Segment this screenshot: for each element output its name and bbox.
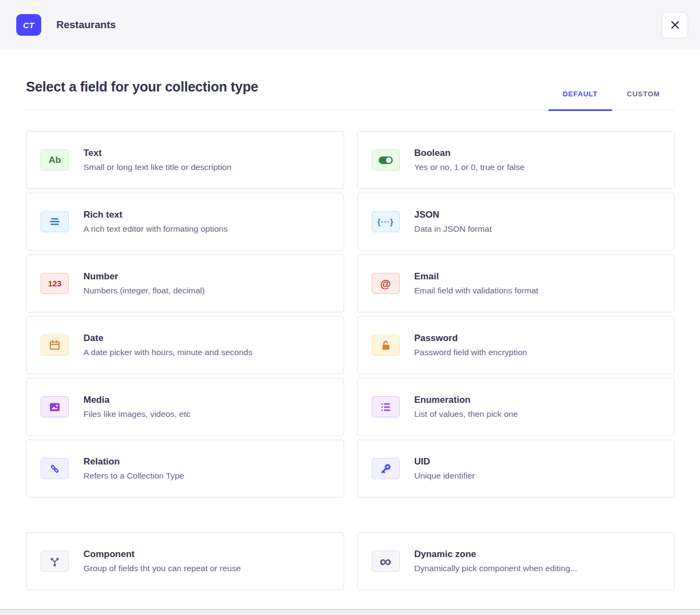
chain-link-icon [41,458,69,479]
field-description: Numbers (integer, float, decimal) [83,286,205,296]
field-description: Email field with validations format [414,286,539,296]
close-icon [670,20,680,30]
field-card-relation[interactable]: Relation Refers to a Collection Type [26,440,344,498]
field-title: Dynamic zone [414,549,578,560]
collection-type-badge: CT [16,14,41,36]
modal-header: CT Restaurants [0,0,700,50]
field-description: Data in JSON format [414,224,492,234]
field-card-uid[interactable]: UID Unique identifier [357,440,675,498]
key-icon [372,458,400,479]
field-card-email-body: Email Email field with validations forma… [414,271,539,296]
field-card-component[interactable]: Component Group of fields tht you can re… [26,532,344,590]
field-card-relation-body: Relation Refers to a Collection Type [83,456,184,481]
media-image-icon [41,396,69,417]
field-card-text[interactable]: Ab Text Small or long text like title or… [26,131,344,189]
field-card-number[interactable]: 123 Number Numbers (integer, float, deci… [26,254,344,312]
field-description: A rich text editor with formating option… [83,224,228,234]
infinity-icon: ∞ [372,551,400,572]
advanced-fields-grid: Component Group of fields tht you can re… [26,532,675,590]
field-description: Dynamically pick component when editing.… [414,564,578,573]
field-description: Small or long text like title or descrip… [83,162,231,172]
tab-custom[interactable]: CUSTOM [612,90,675,110]
field-card-media-body: Media Files like images, videos, etc [83,395,190,419]
field-title: Email [414,271,539,282]
field-card-rich-text[interactable]: Rich text A rich text editor with format… [26,193,344,251]
field-title: Date [83,333,252,344]
json-braces-icon: {···} [372,211,400,232]
bullet-list-icon [372,396,400,417]
field-title: Media [83,395,190,405]
field-card-json-body: JSON Data in JSON format [414,210,492,234]
email-at-icon: @ [372,273,400,294]
field-card-password[interactable]: Password Password field with encryption [357,316,675,374]
rich-text-icon [41,211,69,232]
field-description: A date picker with hours, minute and sec… [83,348,252,357]
field-description: Refers to a Collection Type [83,471,184,481]
field-card-email[interactable]: @ Email Email field with validations for… [357,254,675,312]
field-card-rich-text-body: Rich text A rich text editor with format… [83,210,228,234]
field-card-boolean[interactable]: Boolean Yes or no, 1 or 0, true or false [357,131,675,189]
field-card-text-body: Text Small or long text like title or de… [83,148,231,172]
field-title: Password [414,333,528,344]
field-card-enumeration[interactable]: Enumeration List of values, then pick on… [357,378,675,436]
field-title: Enumeration [414,395,518,405]
close-button[interactable] [662,12,688,38]
field-title: Component [83,549,241,560]
field-card-media[interactable]: Media Files like images, videos, etc [26,378,344,436]
field-card-component-body: Component Group of fields tht you can re… [83,549,241,573]
calendar-icon [41,335,69,356]
field-description: Unique identifier [414,471,475,481]
tab-bar: DEFAULT CUSTOM [548,90,675,110]
boolean-toggle-icon [372,149,400,171]
default-fields-grid: Ab Text Small or long text like title or… [26,131,675,498]
field-title: Number [83,271,205,282]
text-field-icon: Ab [41,149,69,171]
title-row: Select a field for your collection type … [26,79,675,110]
field-title: Boolean [414,148,525,159]
field-card-uid-body: UID Unique identifier [414,456,475,481]
tab-default[interactable]: DEFAULT [548,90,613,110]
field-title: Text [83,148,231,159]
field-card-number-body: Number Numbers (integer, float, decimal) [83,271,205,296]
field-description: Yes or no, 1 or 0, true or false [414,162,525,172]
field-title: UID [414,456,475,467]
field-card-password-body: Password Password field with encryption [414,333,528,357]
field-description: Files like images, videos, etc [83,409,190,419]
field-title: Rich text [83,210,228,220]
field-description: Group of fields tht you can repeat or re… [83,564,241,573]
modal-title: Restaurants [56,19,116,31]
field-title: Relation [83,456,184,467]
field-card-date[interactable]: Date A date picker with hours, minute an… [26,316,344,374]
field-title: JSON [414,210,492,220]
field-card-enumeration-body: Enumeration List of values, then pick on… [414,395,518,419]
lock-icon [372,335,400,356]
component-nodes-icon [41,551,69,572]
field-card-boolean-body: Boolean Yes or no, 1 or 0, true or false [414,148,525,172]
page-title: Select a field for your collection type [26,79,258,95]
field-card-json[interactable]: {···} JSON Data in JSON format [357,193,675,251]
field-card-date-body: Date A date picker with hours, minute an… [83,333,252,357]
field-card-dynamic-zone[interactable]: ∞ Dynamic zone Dynamically pick componen… [357,532,675,590]
field-card-dynamic-zone-body: Dynamic zone Dynamically pick component … [414,549,578,573]
number-123-icon: 123 [41,273,69,294]
modal-footer-edge [0,609,700,615]
field-description: Password field with encryption [414,348,528,357]
field-description: List of values, then pick one [414,409,518,419]
